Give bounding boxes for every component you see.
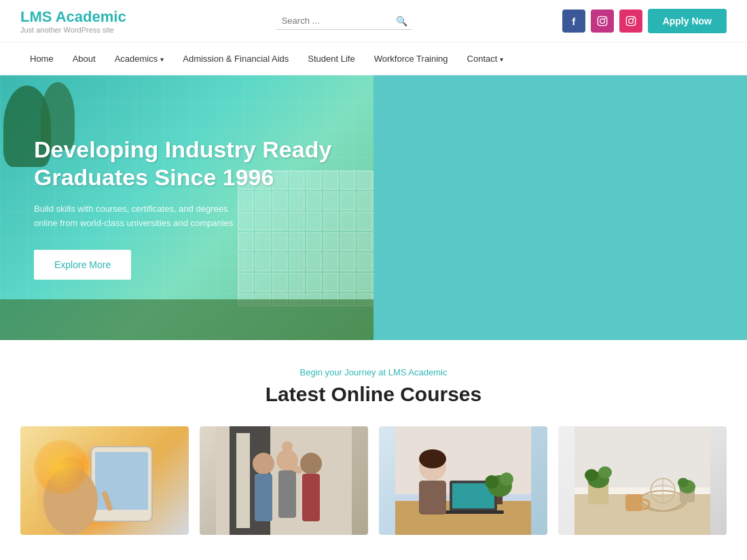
nav-contact[interactable]: Contact: [458, 43, 513, 75]
nav-home[interactable]: Home: [20, 43, 63, 75]
instagram2-button[interactable]: [619, 10, 642, 33]
main-nav: Home About Academics Admission & Financi…: [0, 42, 747, 75]
svg-rect-17: [236, 433, 250, 528]
instagram2-icon: [625, 16, 636, 26]
courses-grid: [20, 426, 727, 535]
instagram1-button[interactable]: [591, 10, 614, 33]
apply-now-button[interactable]: Apply Now: [648, 9, 727, 33]
svg-point-23: [300, 453, 322, 474]
course-image-2: [200, 426, 368, 535]
nav-about[interactable]: About: [63, 43, 105, 75]
svg-rect-21: [278, 470, 296, 518]
svg-point-34: [485, 475, 498, 489]
course-img-svg-2: [200, 426, 368, 535]
logo-subtitle: Just another WordPress site: [20, 26, 126, 34]
course-image-4: [558, 426, 727, 535]
svg-rect-37: [419, 481, 446, 515]
instagram-icon: [597, 16, 608, 26]
svg-point-18: [253, 453, 274, 474]
svg-point-2: [604, 18, 605, 19]
svg-point-5: [632, 18, 634, 19]
courses-section: Begin your Journey at LMS Academic Lates…: [0, 340, 747, 548]
svg-rect-11: [95, 452, 148, 510]
svg-point-35: [500, 472, 513, 486]
search-bar[interactable]: 🔍: [276, 13, 412, 30]
hero-section: Developing Industry Ready Graduates Sinc…: [0, 75, 747, 340]
course-card-1[interactable]: [20, 426, 189, 535]
course-img-svg-3: [379, 426, 547, 535]
explore-button[interactable]: Explore More: [34, 250, 131, 280]
logo-area: LMS Academic Just another WordPress site: [20, 8, 126, 34]
svg-rect-47: [625, 494, 642, 511]
facebook-button[interactable]: f: [562, 10, 585, 33]
hero-title: Developing Industry Ready Graduates Sinc…: [34, 136, 377, 191]
svg-point-38: [419, 449, 446, 468]
search-input[interactable]: [282, 16, 396, 26]
hero-description: Build skills with courses, certificates,…: [34, 202, 251, 231]
hero-content: Developing Industry Ready Graduates Sinc…: [0, 75, 411, 340]
svg-rect-0: [598, 16, 606, 25]
svg-point-4: [628, 19, 633, 24]
course-card-4[interactable]: [558, 426, 727, 535]
svg-point-1: [600, 19, 604, 24]
course-image-3: [379, 426, 547, 535]
svg-rect-19: [255, 474, 272, 521]
nav-workforce[interactable]: Workforce Training: [365, 43, 458, 75]
svg-point-50: [678, 478, 689, 487]
svg-rect-31: [443, 510, 504, 514]
svg-rect-3: [626, 16, 635, 25]
courses-subtitle: Begin your Journey at LMS Academic: [20, 367, 727, 377]
svg-rect-24: [302, 474, 320, 521]
course-image-1: [20, 426, 189, 535]
logo-title[interactable]: LMS Academic: [20, 8, 126, 26]
header-right: f Apply Now: [562, 9, 727, 33]
nav-academics[interactable]: Academics: [105, 43, 174, 75]
svg-point-25: [282, 441, 293, 452]
course-card-2[interactable]: [200, 426, 368, 535]
course-card-3[interactable]: [379, 426, 547, 535]
courses-title: Latest Online Courses: [20, 383, 727, 406]
course-img-svg-4: [558, 426, 727, 535]
nav-student-life[interactable]: Student Life: [298, 43, 364, 75]
svg-point-45: [598, 466, 612, 479]
nav-admission[interactable]: Admission & Financial Aids: [173, 43, 298, 75]
search-icon: 🔍: [396, 16, 407, 26]
svg-point-44: [585, 469, 598, 481]
header: LMS Academic Just another WordPress site…: [0, 0, 747, 42]
